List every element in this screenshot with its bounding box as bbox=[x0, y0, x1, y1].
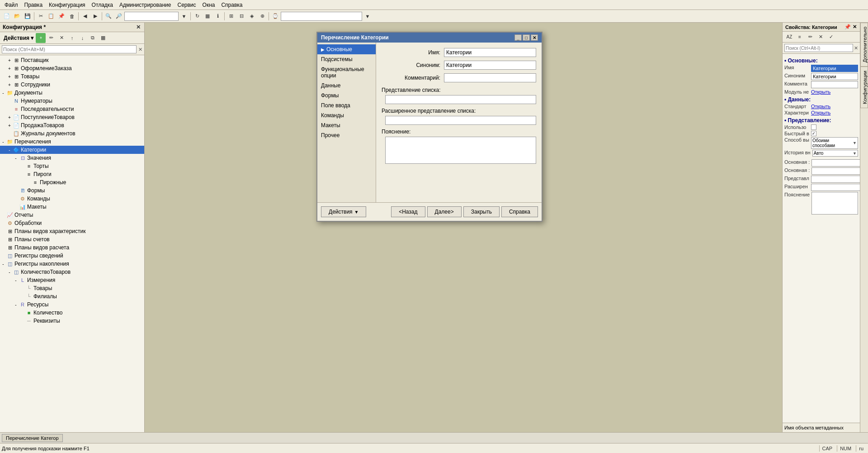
toolbar-copy[interactable]: 📋 bbox=[46, 11, 56, 21]
prop-value-name[interactable]: Категории bbox=[811, 65, 858, 72]
tree-item-oformlenie[interactable]: + ⊞ ОформлениеЗаказа bbox=[0, 64, 144, 72]
prop-repr-input[interactable] bbox=[811, 176, 860, 183]
tree-toggle-kategorii[interactable]: - bbox=[6, 147, 13, 153]
toolbar-filter[interactable]: ▦ bbox=[203, 11, 212, 21]
menu-edit[interactable]: Правка bbox=[22, 1, 46, 9]
toolbar-info[interactable]: ℹ bbox=[213, 11, 223, 21]
toolbar-dropdown[interactable]: ▼ bbox=[179, 11, 189, 21]
tree-toggle-dokumenty[interactable]: - bbox=[0, 90, 6, 96]
prop-basic1-input[interactable] bbox=[811, 159, 860, 167]
right-delete-btn[interactable]: ✕ bbox=[816, 32, 826, 42]
tree-item-formy[interactable]: 🖹 Формы bbox=[0, 186, 144, 195]
tree-toggle-formy-sub[interactable] bbox=[13, 187, 19, 194]
tree-toggle-postavschik[interactable]: + bbox=[6, 57, 13, 63]
tree-toggle-tovary2[interactable] bbox=[19, 285, 25, 291]
move-up-left[interactable]: ↑ bbox=[67, 33, 77, 43]
tree-toggle-makety-sub[interactable] bbox=[13, 204, 19, 210]
modal-actions-btn[interactable]: Действия ▼ bbox=[321, 206, 366, 217]
tree-item-registry-sved[interactable]: ◫ Регистры сведений bbox=[0, 252, 144, 260]
tree-toggle-kol-tovarov[interactable]: - bbox=[6, 269, 13, 275]
modal-tab-prochee[interactable]: Прочее bbox=[317, 130, 376, 140]
toolbar-extra3[interactable]: ◈ bbox=[247, 11, 257, 21]
actions-btn-left[interactable]: Действия ▾ bbox=[2, 35, 35, 41]
modal-close-footer-btn[interactable]: Закрыть bbox=[463, 206, 500, 217]
tree-toggle-komandy-sub[interactable] bbox=[13, 196, 19, 202]
tree-item-tovary2[interactable]: └ Товары bbox=[0, 284, 144, 292]
toolbar-extra2[interactable]: ⊟ bbox=[236, 11, 246, 21]
tree-toggle-registry-nakop[interactable]: - bbox=[0, 261, 6, 267]
modal-synonym-input[interactable] bbox=[444, 61, 536, 70]
tree-item-plany-schetov[interactable]: ⊞ Планы счетов bbox=[0, 235, 144, 243]
modal-tab-osnovnye[interactable]: ▶ Основные bbox=[317, 44, 376, 54]
right-search-clear-icon[interactable]: ✕ bbox=[854, 45, 858, 51]
left-panel-search-input[interactable] bbox=[2, 45, 137, 53]
search-clear-left[interactable]: ✕ bbox=[138, 47, 142, 52]
menu-windows[interactable]: Окна bbox=[200, 1, 218, 9]
tree-item-postuplenie[interactable]: + 📄 ПоступлениеТоваров bbox=[0, 113, 144, 121]
toolbar-second-dropdown[interactable]: ▼ bbox=[363, 11, 373, 21]
tree-toggle-plany-vid-rasch[interactable] bbox=[0, 244, 6, 251]
menu-admin[interactable]: Администрирование bbox=[117, 1, 174, 9]
tree-toggle-kolichestvo[interactable] bbox=[19, 310, 25, 316]
modal-tab-funk-opcii[interactable]: Функциональные опции bbox=[317, 64, 376, 81]
tree-item-posledov[interactable]: ≡ Последовательности bbox=[0, 105, 144, 113]
right-edit-btn[interactable]: ✏ bbox=[805, 32, 815, 42]
tree-toggle-numeratory[interactable] bbox=[6, 98, 13, 104]
tree-item-pirozhnie[interactable]: ≡ Пирожные bbox=[0, 178, 144, 186]
edit-btn-left[interactable]: ✏ bbox=[46, 33, 56, 43]
prop-value-comment[interactable] bbox=[811, 81, 858, 88]
tree-item-kategorii[interactable]: - 🔷 Категории bbox=[0, 146, 144, 154]
add-btn-left[interactable]: + bbox=[36, 33, 46, 43]
prop-char-link[interactable]: Открыть bbox=[811, 110, 830, 115]
prop-history-select[interactable]: Авто ▼ bbox=[812, 150, 858, 157]
tree-item-znacheniya[interactable]: - ⊡ Значения bbox=[0, 154, 144, 162]
tree-item-otchety[interactable]: 📈 Отчеты bbox=[0, 211, 144, 219]
prop-ext-input[interactable] bbox=[811, 184, 860, 191]
toolbar-new[interactable]: 📄 bbox=[2, 11, 12, 21]
tree-toggle-oformlenie[interactable]: + bbox=[6, 65, 13, 72]
tree-item-obrabotki[interactable]: ⚙ Обработки bbox=[0, 219, 144, 227]
menu-file[interactable]: Файл bbox=[2, 1, 21, 9]
prop-module-link[interactable]: Открыть bbox=[811, 89, 830, 95]
toolbar-refresh[interactable]: ↻ bbox=[192, 11, 202, 21]
toolbar-paste[interactable]: 📌 bbox=[57, 11, 66, 21]
copy-left[interactable]: ⧉ bbox=[88, 33, 98, 43]
modal-tab-pole-vvoda[interactable]: Поле ввода bbox=[317, 100, 376, 110]
toolbar-extra4[interactable]: ⊕ bbox=[257, 11, 267, 21]
right-check-btn[interactable]: ✓ bbox=[826, 32, 836, 42]
modal-note-textarea[interactable] bbox=[385, 137, 536, 164]
vertical-tab-dopolnitelno[interactable]: Дополнительно bbox=[860, 23, 868, 67]
filter-left[interactable]: ▦ bbox=[98, 33, 108, 43]
vertical-tab-konfiguracii[interactable]: Конфигурации bbox=[860, 67, 868, 108]
right-panel-pin-btn[interactable]: 📌 bbox=[844, 24, 851, 30]
modal-name-input[interactable] bbox=[444, 48, 536, 57]
modal-next-btn[interactable]: Далее> bbox=[427, 206, 462, 217]
tree-item-pirogi[interactable]: ≡ Пироги bbox=[0, 170, 144, 178]
modal-help-btn[interactable]: Справка bbox=[501, 206, 538, 217]
tree-toggle-plany-vid-char[interactable] bbox=[0, 228, 6, 234]
tree-item-komandy[interactable]: ⚙ Команды bbox=[0, 195, 144, 203]
modal-close-btn[interactable]: ✕ bbox=[531, 34, 538, 41]
toolbar-back[interactable]: ◀ bbox=[80, 11, 90, 21]
toolbar-forward[interactable]: ▶ bbox=[90, 11, 100, 21]
tree-toggle-rekvizity[interactable] bbox=[19, 318, 25, 324]
toolbar-search[interactable]: 🔍 bbox=[104, 11, 113, 21]
toolbar-extra1[interactable]: ⊞ bbox=[226, 11, 236, 21]
toolbar-second-input[interactable] bbox=[281, 12, 362, 21]
modal-tab-komandy[interactable]: Команды bbox=[317, 110, 376, 120]
prop-use-checkbox[interactable] bbox=[811, 124, 816, 130]
modal-tab-formy[interactable]: Формы bbox=[317, 91, 376, 100]
tree-toggle-filialy[interactable] bbox=[19, 293, 25, 300]
tree-item-numeratory[interactable]: N Нумераторы bbox=[0, 97, 144, 105]
tree-item-sotrudniki[interactable]: + ⊞ Сотрудники bbox=[0, 81, 144, 89]
tree-item-rekvizity[interactable]: ─ Реквизиты bbox=[0, 317, 144, 325]
modal-tab-dannye[interactable]: Данные bbox=[317, 81, 376, 91]
tree-toggle-tovary[interactable]: + bbox=[6, 73, 13, 80]
toolbar-extra5[interactable]: ⌚ bbox=[270, 11, 280, 21]
modal-list-repr-input[interactable] bbox=[385, 95, 536, 104]
tree-toggle-perechisleniya[interactable]: - bbox=[0, 138, 6, 145]
tree-item-plany-vid-char[interactable]: ⊞ Планы видов характеристик bbox=[0, 227, 144, 235]
tree-toggle-plany-schetov[interactable] bbox=[0, 236, 6, 243]
tree-item-plany-vid-rasch[interactable]: ⊞ Планы видов расчета bbox=[0, 243, 144, 252]
tree-toggle-izmereniya[interactable]: - bbox=[13, 277, 19, 283]
